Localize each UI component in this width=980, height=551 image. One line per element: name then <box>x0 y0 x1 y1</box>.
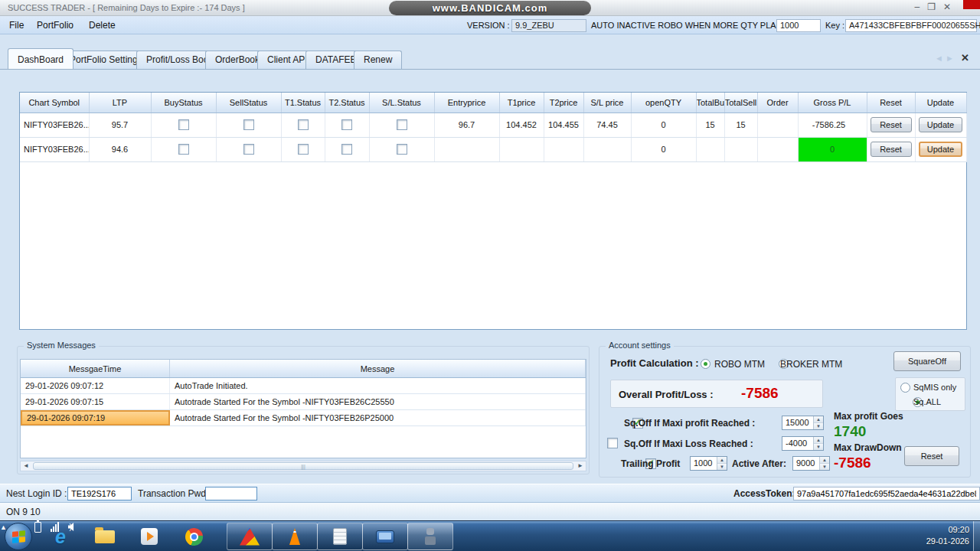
reset-button[interactable]: Reset <box>871 117 912 132</box>
tab-dashboard[interactable]: DashBoard <box>8 48 74 69</box>
show-desktop-button[interactable] <box>973 521 980 551</box>
message-row[interactable]: 29-01-2026 09:07:15 Autotrade Started Fo… <box>21 394 586 410</box>
col-message[interactable]: Message <box>170 360 586 377</box>
taskbar-item-explorer[interactable] <box>92 524 118 549</box>
broker-mtm-label[interactable]: BROKER MTM <box>780 359 842 370</box>
battery-icon[interactable] <box>34 522 41 533</box>
taskbar-item-media-player[interactable] <box>136 524 162 549</box>
start-button[interactable] <box>5 523 32 550</box>
menu-file[interactable]: File <box>9 20 24 31</box>
tab-scroll-left-icon[interactable]: ◄ <box>935 54 943 63</box>
maxi-loss-value[interactable]: -4000 <box>782 437 813 450</box>
sell-status-checkbox[interactable] <box>243 119 254 130</box>
buy-status-checkbox[interactable] <box>178 119 189 130</box>
t2-status-checkbox[interactable] <box>341 144 352 155</box>
sq-all-label[interactable]: Sq.ALL <box>913 397 941 406</box>
col-grosspl[interactable]: Gross P/L <box>798 93 867 112</box>
maxi-loss-checkbox[interactable] <box>607 438 618 448</box>
accesstoken-input[interactable] <box>793 487 980 500</box>
maxi-loss-spinner[interactable]: -4000 ▲▼ <box>782 436 824 451</box>
col-reset[interactable]: Reset <box>867 93 915 112</box>
transaction-pwd-input[interactable] <box>205 487 257 500</box>
taskbar-clock[interactable]: 09:20 29-01-2026 <box>926 524 969 547</box>
tab-scroll-right-icon[interactable]: ► <box>946 54 954 63</box>
col-totalbuy[interactable]: TotalBuy <box>696 93 724 112</box>
message-row-selected[interactable]: 29-01-2026 09:07:19 Autotrade Started Fo… <box>21 410 586 426</box>
active-after-value[interactable]: 9000 <box>793 457 819 470</box>
sl-status-checkbox[interactable] <box>397 144 407 155</box>
window-controls[interactable]: –❐✕ <box>914 2 959 12</box>
taskbar-item-robot-app[interactable] <box>407 523 453 550</box>
menu-portfolio[interactable]: PortFolio <box>37 20 74 31</box>
taskbar-item-notepad[interactable] <box>317 523 363 550</box>
messages-hscrollbar[interactable]: ◄ ||| ► <box>20 461 586 471</box>
nest-login-input[interactable] <box>67 487 132 500</box>
sell-status-checkbox[interactable] <box>243 144 254 155</box>
spinner-arrows-icon[interactable]: ▲▼ <box>813 437 823 450</box>
update-cell: Update <box>915 112 966 137</box>
trailing-profit-value[interactable]: 1000 <box>691 457 717 470</box>
scroll-right-icon[interactable]: ► <box>575 461 586 471</box>
close-icon[interactable]: ✕ <box>943 2 959 12</box>
auto-inactive-input[interactable]: 1000 <box>776 19 821 32</box>
update-button[interactable]: Update <box>919 117 962 132</box>
update-button-focused[interactable]: Update <box>919 142 962 157</box>
col-buystatus[interactable]: BuyStatus <box>151 93 216 112</box>
sqmis-only-label[interactable]: SqMIS only <box>913 383 956 392</box>
symbol-cell[interactable]: NIFTY03FEB26... <box>20 112 89 137</box>
col-sellstatus[interactable]: SellStatus <box>216 93 281 112</box>
taskbar-item-chrome[interactable] <box>181 524 207 549</box>
maxi-profit-spinner[interactable]: 15000 ▲▼ <box>782 416 824 430</box>
vlc-cone-icon <box>286 528 303 545</box>
col-order[interactable]: Order <box>757 93 798 112</box>
spinner-arrows-icon[interactable]: ▲▼ <box>819 457 829 470</box>
taskbar-item-trader-app[interactable] <box>227 523 273 550</box>
t2-status-checkbox[interactable] <box>341 119 352 130</box>
col-slstatus[interactable]: S/L.Status <box>369 93 434 112</box>
col-ltp[interactable]: LTP <box>89 93 151 112</box>
col-t1status[interactable]: T1.Status <box>281 93 325 112</box>
squareoff-button[interactable]: SquareOff <box>893 351 961 371</box>
taskbar-item-vlc[interactable] <box>272 523 318 550</box>
col-message-time[interactable]: MessgaeTime <box>21 360 170 377</box>
col-openqty[interactable]: openQTY <box>631 93 696 112</box>
col-chart-symbol[interactable]: Chart Symbol <box>20 93 89 112</box>
message-time: 29-01-2026 09:07:19 <box>21 410 170 425</box>
messages-header-row: MessgaeTime Message <box>21 360 586 378</box>
active-after-spinner[interactable]: 9000 ▲▼ <box>792 456 830 471</box>
tab-close-icon[interactable]: ✕ <box>961 52 969 64</box>
reset-button[interactable]: Reset <box>871 142 912 157</box>
scroll-left-icon[interactable]: ◄ <box>21 461 31 471</box>
col-entryprice[interactable]: Entryprice <box>434 93 499 112</box>
sl-status-checkbox[interactable] <box>397 119 407 130</box>
tab-renew[interactable]: Renew <box>354 51 402 69</box>
account-settings-title: Account settings <box>606 341 674 350</box>
message-row[interactable]: 29-01-2026 09:07:12 AutoTrade Initiated. <box>21 378 586 394</box>
col-t2status[interactable]: T2.Status <box>325 93 369 112</box>
maxi-profit-value[interactable]: 15000 <box>782 416 813 429</box>
t1-status-checkbox[interactable] <box>298 144 309 155</box>
col-t1price[interactable]: T1price <box>499 93 544 112</box>
minimize-icon[interactable]: – <box>914 2 927 12</box>
sqmis-only-radio[interactable] <box>900 383 910 393</box>
col-t2price[interactable]: T2price <box>544 93 583 112</box>
t1-status-checkbox[interactable] <box>298 119 309 130</box>
scroll-thumb[interactable]: ||| <box>33 462 573 470</box>
menu-delete[interactable]: Delete <box>89 20 116 31</box>
robo-mtm-radio[interactable] <box>701 359 710 369</box>
max-drawdown-label: Max DrawDown <box>834 442 902 453</box>
transaction-pwd-label: Transaction Pwd: <box>138 488 208 499</box>
col-update[interactable]: Update <box>915 93 966 112</box>
maximize-icon[interactable]: ❐ <box>927 2 943 12</box>
symbol-cell[interactable]: NIFTY03FEB26... <box>20 137 89 161</box>
clock-date: 29-01-2026 <box>926 536 969 547</box>
trailing-profit-spinner[interactable]: 1000 ▲▼ <box>690 456 727 471</box>
buy-status-checkbox[interactable] <box>178 144 189 155</box>
account-reset-button[interactable]: Reset <box>904 446 959 466</box>
spinner-arrows-icon[interactable]: ▲▼ <box>717 457 727 470</box>
taskbar-item-computer[interactable] <box>362 523 408 550</box>
col-totalsell[interactable]: TotalSell <box>724 93 757 112</box>
spinner-arrows-icon[interactable]: ▲▼ <box>813 416 823 429</box>
col-slprice[interactable]: S/L price <box>583 93 631 112</box>
robo-mtm-label[interactable]: ROBO MTM <box>714 359 765 370</box>
